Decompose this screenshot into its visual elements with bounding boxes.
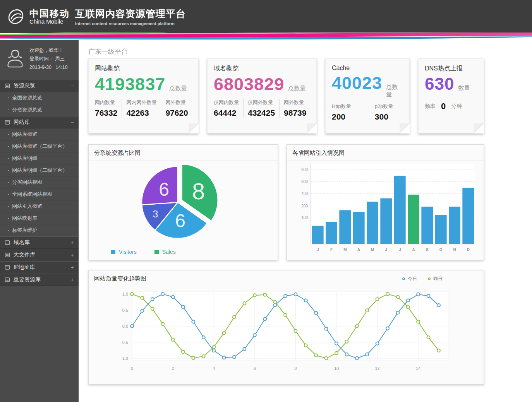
list-icon bbox=[5, 240, 10, 245]
sidebar-section-resource-overview[interactable]: 资源总览 − bbox=[0, 80, 79, 92]
login-time: 14:10 bbox=[55, 65, 67, 70]
line-chart: -1.0-0.50.00.51.002468101214 bbox=[89, 286, 484, 381]
sidebar-item[interactable]: 网站引入概览 bbox=[0, 200, 79, 212]
brand-name-cn: 中国移动 bbox=[29, 9, 70, 19]
sidebar-item[interactable]: 分省网站视图 bbox=[0, 176, 79, 188]
card-big-number: 630 bbox=[425, 74, 454, 94]
app-title: 互联网内容资源管理平台 bbox=[75, 7, 186, 20]
section-label: 资源总览 bbox=[14, 82, 35, 89]
pie-chart: 8636 bbox=[89, 161, 278, 244]
svg-text:6: 6 bbox=[254, 366, 256, 371]
sidebar-item[interactable]: 标签库维护 bbox=[0, 224, 79, 236]
brand: 中国移动 China Mobile bbox=[6, 7, 70, 26]
card-big-number: 40023 bbox=[332, 73, 382, 93]
section-label: 域名库 bbox=[14, 239, 30, 246]
svg-text:-0.5: -0.5 bbox=[121, 340, 128, 345]
svg-text:200: 200 bbox=[301, 204, 308, 208]
pie-chart-panel: 分系统资源占比图 8636 Visitors Sales bbox=[88, 144, 278, 260]
sidebar-item[interactable]: 网站库明细（二级平台） bbox=[0, 164, 79, 176]
panel-title: 分系统资源占比图 bbox=[94, 149, 141, 157]
stat-cards-row: 网站概览 4193837 总数量 网内数量 76332 网内网外数量 42263 bbox=[88, 58, 484, 133]
sidebar-item-province-overview[interactable]: 分省资源总览 bbox=[0, 104, 79, 116]
card-cache: Cache 40023 总数量 Http数量 200 p2p数量 300 bbox=[325, 58, 410, 133]
svg-text:0: 0 bbox=[131, 366, 133, 371]
card-stat: 网外数量 97620 bbox=[161, 99, 192, 118]
svg-text:M: M bbox=[343, 248, 347, 252]
sidebar-section-important-resources[interactable]: 重要资源库 + bbox=[0, 274, 79, 286]
card-title: 域名概览 bbox=[214, 65, 310, 73]
sidebar-item[interactable]: 网站库明细 bbox=[0, 152, 79, 164]
ribbon-pink-stripe bbox=[0, 33, 532, 39]
sidebar-item-national-overview[interactable]: 全国资源总览 bbox=[0, 92, 79, 104]
sidebar-item[interactable]: 网站库概览（二级平台） bbox=[0, 140, 79, 152]
card-title: Cache bbox=[332, 65, 403, 72]
svg-text:J: J bbox=[399, 248, 401, 252]
list-icon bbox=[5, 252, 10, 258]
section-label: 大文件库 bbox=[14, 251, 35, 258]
list-icon bbox=[5, 83, 10, 89]
sidebar: 欢迎您，魏华！ 登录时间： 周三 2013-9-30 14:10 资源总览 − … bbox=[0, 40, 79, 402]
svg-text:2: 2 bbox=[172, 366, 174, 371]
svg-text:N: N bbox=[453, 248, 456, 252]
card-stat: 网内数量 76332 bbox=[95, 99, 122, 118]
legend-swatch bbox=[111, 250, 115, 254]
sidebar-menu: 资源总览 − 全国资源总览 分省资源总览 网站库 − 网站库概览 网站库概览（二… bbox=[0, 80, 79, 286]
svg-text:D: D bbox=[467, 248, 470, 252]
card-stat: 仅网外数量 432425 bbox=[243, 99, 279, 118]
legend-marker bbox=[402, 277, 405, 280]
sidebar-item[interactable]: 网站库概览 bbox=[0, 128, 79, 140]
sidebar-item[interactable]: 全网系统网站视图 bbox=[0, 188, 79, 200]
card-title: 网站概览 bbox=[95, 65, 192, 73]
list-icon bbox=[5, 120, 10, 125]
legend-item-yesterday[interactable]: 昨日 bbox=[428, 275, 443, 282]
ribbon-blue-stripe bbox=[0, 36, 532, 40]
legend-item-visitors[interactable]: Visitors bbox=[111, 249, 137, 255]
svg-text:M: M bbox=[371, 248, 374, 252]
svg-text:A: A bbox=[357, 248, 360, 252]
card-big-label: 总数量 bbox=[288, 85, 305, 92]
svg-text:O: O bbox=[439, 248, 443, 252]
sidebar-section-ip-library[interactable]: IP地址库 + bbox=[0, 261, 79, 274]
card-big-label: 总数量 bbox=[169, 85, 187, 92]
page-title: 广东一级平台 bbox=[88, 47, 128, 56]
sidebar-section-domain-library[interactable]: 域名库 + bbox=[0, 236, 79, 249]
collapse-icon[interactable]: − bbox=[70, 119, 74, 125]
svg-text:3: 3 bbox=[153, 208, 158, 220]
expand-icon[interactable]: + bbox=[70, 251, 74, 258]
sidebar-section-bigfile-library[interactable]: 大文件库 + bbox=[0, 249, 79, 261]
svg-text:600: 600 bbox=[301, 180, 308, 184]
user-panel: 欢迎您，魏华！ 登录时间： 周三 2013-9-30 14:10 bbox=[0, 40, 79, 77]
brand-name-en: China Mobile bbox=[29, 19, 70, 25]
card-dns-hotspot: DNS热点上报 630 数量 频率 0 分钟 bbox=[418, 58, 484, 133]
expand-icon[interactable]: + bbox=[70, 239, 74, 246]
legend-item-today[interactable]: 今日 bbox=[402, 275, 417, 282]
svg-text:-1.0: -1.0 bbox=[121, 356, 128, 361]
svg-text:12: 12 bbox=[375, 366, 379, 371]
collapse-icon[interactable]: − bbox=[70, 82, 74, 89]
bar-chart: 100200400600800JFMAMJJASOND bbox=[287, 161, 484, 260]
legend-marker bbox=[428, 277, 431, 280]
section-label: IP地址库 bbox=[14, 264, 35, 271]
legend-item-sales[interactable]: Sales bbox=[154, 249, 176, 255]
brand-text: 中国移动 China Mobile bbox=[29, 9, 70, 25]
svg-text:F: F bbox=[330, 248, 333, 252]
section-label: 重要资源库 bbox=[14, 276, 41, 283]
svg-text:14: 14 bbox=[416, 366, 420, 371]
svg-text:8: 8 bbox=[192, 178, 205, 204]
login-label: 登录时间： bbox=[29, 56, 54, 62]
sidebar-section-website-library[interactable]: 网站库 − bbox=[0, 116, 79, 128]
expand-icon[interactable]: + bbox=[70, 264, 74, 270]
list-icon bbox=[5, 277, 10, 282]
bar-chart-panel: 各省网站引入情况图 100200400600800JFMAMJJASOND bbox=[287, 144, 484, 260]
expand-icon[interactable]: + bbox=[70, 276, 74, 283]
legend-swatch bbox=[154, 250, 159, 254]
frequency-row: 频率 0 分钟 bbox=[425, 101, 477, 111]
svg-text:100: 100 bbox=[301, 216, 308, 220]
list-icon bbox=[5, 265, 10, 270]
panel-title: 网站质量变化趋势图 bbox=[94, 275, 146, 282]
svg-text:A: A bbox=[412, 248, 415, 252]
main-content: 广东一级平台 网站概览 4193837 总数量 网内数量 76332 网内网外数… bbox=[79, 40, 532, 402]
line-legend: 今日 昨日 bbox=[402, 275, 443, 282]
login-date: 2013-9-30 bbox=[29, 65, 51, 70]
sidebar-item[interactable]: 网站映射表 bbox=[0, 212, 79, 224]
